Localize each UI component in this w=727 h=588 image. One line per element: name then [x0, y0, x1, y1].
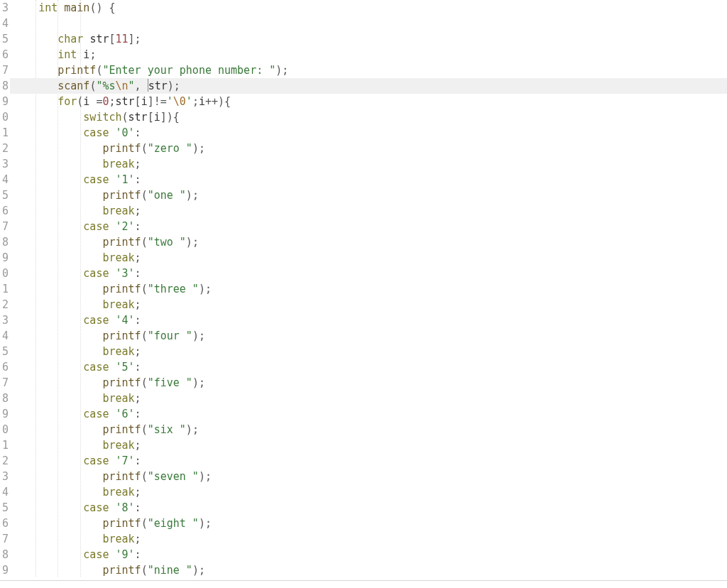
token-pun: ( [141, 517, 148, 530]
token-esc: \n [116, 80, 129, 92]
token-fn: main [64, 1, 89, 14]
code-line[interactable]: printf("six "); [10, 422, 727, 437]
token-pun: ( [141, 283, 148, 295]
token-pun: ; [199, 142, 205, 155]
line-number: 7 [0, 219, 10, 234]
code-line[interactable]: case '1': [10, 172, 727, 187]
code-line[interactable]: printf("four "); [10, 328, 727, 344]
token-str: "two " [148, 236, 186, 249]
token-pun: : [135, 361, 141, 374]
code-line[interactable]: scanf("%s\n", str); [10, 78, 727, 94]
token-fn: printf [102, 470, 141, 483]
code-line[interactable]: case '9': [10, 547, 727, 562]
code-line[interactable]: printf("five "); [10, 375, 727, 391]
token-id: i [141, 95, 148, 108]
code-line[interactable]: for(i =0;str[i]!='\0';i++){ [10, 94, 727, 109]
token-pun: ) [199, 517, 205, 530]
token-kw: case [83, 501, 109, 514]
code-line[interactable]: printf("zero "); [10, 141, 727, 156]
token-pun [109, 361, 115, 374]
token-kw: for [58, 95, 77, 108]
code-line[interactable]: break; [10, 203, 727, 219]
code-line[interactable]: printf("one "); [10, 187, 727, 203]
token-fn: printf [102, 517, 141, 530]
token-pun: ; [135, 298, 141, 311]
token-kw: break [102, 345, 134, 358]
code-line[interactable]: printf("two "); [10, 234, 727, 250]
token-pun [58, 1, 64, 14]
code-line[interactable]: case '3': [10, 266, 727, 281]
line-number: 5 [0, 500, 10, 516]
token-pun [109, 408, 115, 420]
code-line[interactable]: break; [10, 391, 727, 406]
token-id: str [89, 33, 109, 45]
line-number: 4 [0, 484, 10, 500]
code-line[interactable]: int main() { [10, 0, 727, 16]
line-number: 3 [0, 0, 10, 16]
token-pun: ; [174, 80, 180, 92]
token-pun: { [224, 95, 231, 108]
token-pun: ; [192, 236, 199, 249]
token-pun: ( [141, 470, 148, 483]
token-kw: switch [83, 111, 121, 124]
token-pun: ; [192, 95, 199, 108]
token-pun: ; [282, 64, 288, 77]
code-line[interactable]: switch(str[i]){ [10, 109, 727, 125]
code-line[interactable]: case '0': [10, 125, 727, 141]
code-line[interactable]: printf("nine "); [10, 562, 727, 578]
token-str: "five " [148, 376, 192, 389]
code-area[interactable]: int main() { char str[11]; int i; printf… [10, 0, 727, 588]
token-pun: : [135, 173, 141, 186]
code-line[interactable]: case '2': [10, 219, 727, 234]
code-line[interactable]: char str[11]; [10, 31, 727, 47]
token-kw: case [83, 173, 109, 186]
code-line[interactable]: case '6': [10, 406, 727, 422]
token-kw: break [102, 533, 134, 545]
code-line[interactable]: printf("Enter your phone number: "); [10, 62, 727, 78]
code-editor[interactable]: 3456789012345678901234567890123456789 in… [0, 0, 727, 588]
token-char: '9' [116, 548, 135, 561]
token-pun: ; [199, 564, 205, 577]
token-kw: break [102, 486, 134, 499]
code-line[interactable]: printf("three "); [10, 281, 727, 297]
token-pun [109, 126, 115, 139]
code-line[interactable]: case '4': [10, 312, 727, 328]
token-char: '1' [116, 173, 135, 186]
code-line[interactable]: break; [10, 437, 727, 453]
code-line[interactable]: break; [10, 531, 727, 547]
token-char: ' [186, 95, 192, 108]
line-number: 1 [0, 437, 10, 453]
line-number: 9 [0, 406, 10, 422]
line-number: 3 [0, 156, 10, 172]
line-number: 6 [0, 203, 10, 219]
token-pun [109, 314, 115, 327]
token-pun: ( [141, 142, 148, 155]
code-line[interactable] [10, 16, 727, 31]
line-number: 3 [0, 469, 10, 484]
code-line[interactable]: break; [10, 156, 727, 172]
token-pun: ; [192, 189, 199, 202]
line-number: 2 [0, 297, 10, 312]
token-str: "zero " [148, 142, 192, 155]
code-line[interactable]: int i; [10, 47, 727, 62]
code-line[interactable]: case '8': [10, 500, 727, 516]
token-pun: [ [135, 95, 141, 108]
code-line[interactable]: break; [10, 484, 727, 500]
token-pun: ; [135, 486, 141, 499]
line-number: 9 [0, 562, 10, 578]
line-number: 8 [0, 78, 10, 94]
code-line[interactable]: printf("eight "); [10, 516, 727, 531]
code-line[interactable]: break; [10, 297, 727, 312]
code-line[interactable]: case '5': [10, 359, 727, 375]
editor-bottom-divider [0, 580, 727, 581]
code-line[interactable]: break; [10, 250, 727, 266]
line-number: 8 [0, 547, 10, 562]
token-pun: : [135, 501, 141, 514]
token-str: "six " [148, 423, 186, 436]
line-number: 2 [0, 453, 10, 469]
code-line[interactable]: break; [10, 344, 727, 359]
code-line[interactable]: printf("seven "); [10, 469, 727, 484]
code-line[interactable]: case '7': [10, 453, 727, 469]
token-pun: ( [141, 423, 148, 436]
token-fn: printf [102, 283, 141, 295]
